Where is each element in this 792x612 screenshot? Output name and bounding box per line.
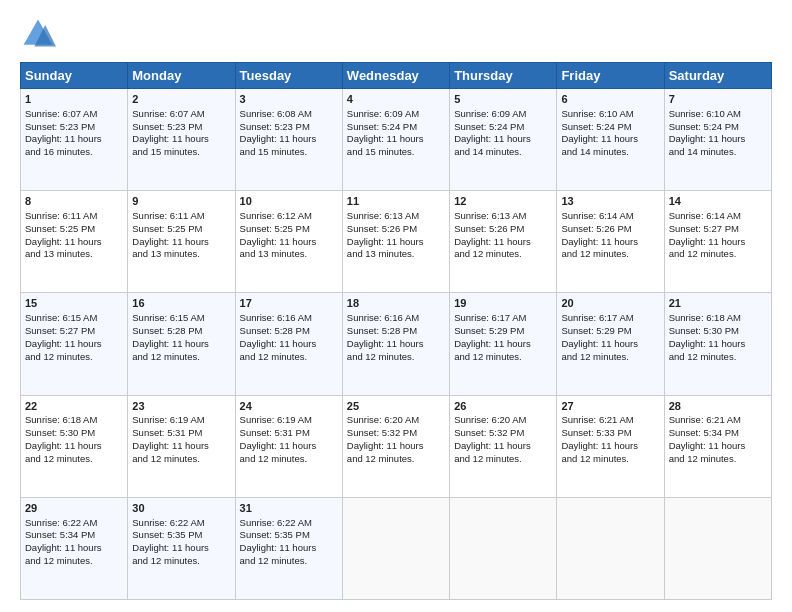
day-info-line: and 12 minutes. [561,351,659,364]
day-info-line: Sunset: 5:27 PM [669,223,767,236]
day-info-line: and 13 minutes. [347,248,445,261]
calendar-cell: 18Sunrise: 6:16 AMSunset: 5:28 PMDayligh… [342,293,449,395]
day-info-line: and 12 minutes. [454,351,552,364]
day-info-line: Sunset: 5:33 PM [561,427,659,440]
calendar-cell: 16Sunrise: 6:15 AMSunset: 5:28 PMDayligh… [128,293,235,395]
day-number: 1 [25,92,123,107]
col-header-friday: Friday [557,63,664,89]
day-info-line: Daylight: 11 hours [347,440,445,453]
day-info-line: Sunrise: 6:10 AM [561,108,659,121]
day-info-line: Sunset: 5:34 PM [669,427,767,440]
day-info-line: Sunset: 5:24 PM [669,121,767,134]
day-info-line: Sunrise: 6:07 AM [132,108,230,121]
day-number: 22 [25,399,123,414]
day-info-line: Sunset: 5:31 PM [132,427,230,440]
day-number: 4 [347,92,445,107]
day-info-line: Sunset: 5:24 PM [561,121,659,134]
day-info-line: Sunrise: 6:13 AM [454,210,552,223]
day-number: 6 [561,92,659,107]
day-info-line: Sunset: 5:23 PM [132,121,230,134]
day-number: 7 [669,92,767,107]
day-info-line: Daylight: 11 hours [669,440,767,453]
day-info-line: and 15 minutes. [347,146,445,159]
calendar-cell: 6Sunrise: 6:10 AMSunset: 5:24 PMDaylight… [557,89,664,191]
day-info-line: Sunrise: 6:20 AM [454,414,552,427]
day-number: 27 [561,399,659,414]
day-number: 31 [240,501,338,516]
calendar-cell: 31Sunrise: 6:22 AMSunset: 5:35 PMDayligh… [235,497,342,599]
day-info-line: Sunrise: 6:17 AM [454,312,552,325]
calendar-cell: 17Sunrise: 6:16 AMSunset: 5:28 PMDayligh… [235,293,342,395]
calendar-cell: 29Sunrise: 6:22 AMSunset: 5:34 PMDayligh… [21,497,128,599]
day-info-line: Sunrise: 6:21 AM [669,414,767,427]
day-info-line: Daylight: 11 hours [25,338,123,351]
day-number: 21 [669,296,767,311]
day-number: 20 [561,296,659,311]
day-info-line: Daylight: 11 hours [25,236,123,249]
day-info-line: and 12 minutes. [25,555,123,568]
day-info-line: Sunset: 5:30 PM [669,325,767,338]
day-info-line: Sunrise: 6:09 AM [454,108,552,121]
page: SundayMondayTuesdayWednesdayThursdayFrid… [0,0,792,612]
day-number: 29 [25,501,123,516]
calendar-cell: 22Sunrise: 6:18 AMSunset: 5:30 PMDayligh… [21,395,128,497]
calendar-cell: 14Sunrise: 6:14 AMSunset: 5:27 PMDayligh… [664,191,771,293]
day-info-line: Sunset: 5:32 PM [454,427,552,440]
day-number: 24 [240,399,338,414]
day-info-line: Sunrise: 6:14 AM [669,210,767,223]
day-info-line: Daylight: 11 hours [240,133,338,146]
day-info-line: Sunrise: 6:18 AM [25,414,123,427]
calendar-cell: 10Sunrise: 6:12 AMSunset: 5:25 PMDayligh… [235,191,342,293]
day-info-line: Daylight: 11 hours [347,133,445,146]
day-info-line: and 12 minutes. [347,351,445,364]
day-info-line: Sunset: 5:28 PM [347,325,445,338]
day-info-line: Daylight: 11 hours [454,133,552,146]
day-number: 10 [240,194,338,209]
day-number: 14 [669,194,767,209]
day-info-line: Daylight: 11 hours [669,338,767,351]
day-info-line: Sunrise: 6:17 AM [561,312,659,325]
day-info-line: Sunrise: 6:22 AM [132,517,230,530]
day-info-line: Sunset: 5:25 PM [25,223,123,236]
day-info-line: Sunrise: 6:18 AM [669,312,767,325]
calendar-cell [450,497,557,599]
day-number: 30 [132,501,230,516]
calendar-cell: 3Sunrise: 6:08 AMSunset: 5:23 PMDaylight… [235,89,342,191]
day-info-line: Daylight: 11 hours [669,133,767,146]
day-info-line: Daylight: 11 hours [132,338,230,351]
day-info-line: Sunset: 5:26 PM [347,223,445,236]
calendar-week-row: 8Sunrise: 6:11 AMSunset: 5:25 PMDaylight… [21,191,772,293]
calendar-cell: 27Sunrise: 6:21 AMSunset: 5:33 PMDayligh… [557,395,664,497]
day-info-line: Sunrise: 6:12 AM [240,210,338,223]
day-number: 12 [454,194,552,209]
calendar-cell: 7Sunrise: 6:10 AMSunset: 5:24 PMDaylight… [664,89,771,191]
calendar-cell: 1Sunrise: 6:07 AMSunset: 5:23 PMDaylight… [21,89,128,191]
day-info-line: Sunset: 5:26 PM [561,223,659,236]
calendar-cell [342,497,449,599]
day-info-line: Daylight: 11 hours [132,440,230,453]
day-number: 15 [25,296,123,311]
day-info-line: and 12 minutes. [561,248,659,261]
day-info-line: Sunrise: 6:09 AM [347,108,445,121]
day-info-line: Sunrise: 6:19 AM [240,414,338,427]
calendar-week-row: 22Sunrise: 6:18 AMSunset: 5:30 PMDayligh… [21,395,772,497]
calendar-cell: 11Sunrise: 6:13 AMSunset: 5:26 PMDayligh… [342,191,449,293]
calendar-cell: 21Sunrise: 6:18 AMSunset: 5:30 PMDayligh… [664,293,771,395]
col-header-thursday: Thursday [450,63,557,89]
day-info-line: Sunset: 5:28 PM [132,325,230,338]
day-info-line: and 15 minutes. [132,146,230,159]
logo [20,16,58,52]
day-info-line: Daylight: 11 hours [132,133,230,146]
day-info-line: Daylight: 11 hours [240,236,338,249]
day-info-line: and 12 minutes. [132,555,230,568]
calendar-cell: 8Sunrise: 6:11 AMSunset: 5:25 PMDaylight… [21,191,128,293]
calendar-week-row: 29Sunrise: 6:22 AMSunset: 5:34 PMDayligh… [21,497,772,599]
day-info-line: Sunset: 5:29 PM [561,325,659,338]
calendar-cell [664,497,771,599]
day-info-line: and 13 minutes. [25,248,123,261]
day-info-line: Sunrise: 6:15 AM [132,312,230,325]
day-info-line: and 12 minutes. [25,453,123,466]
day-number: 19 [454,296,552,311]
day-info-line: Sunset: 5:31 PM [240,427,338,440]
day-info-line: and 12 minutes. [669,351,767,364]
